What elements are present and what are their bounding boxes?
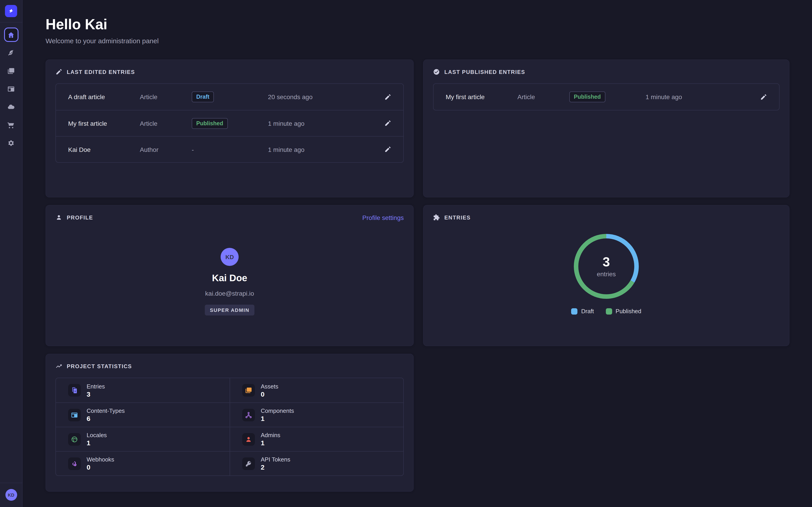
pencil-icon — [55, 68, 62, 75]
sidebar-item-content-type-builder[interactable] — [4, 81, 18, 96]
panel-last-edited-title: LAST EDITED ENTRIES — [55, 68, 404, 75]
entry-time: 20 seconds ago — [268, 93, 384, 101]
stat-admins: Admins1 — [230, 427, 403, 451]
entries-body: 3 entries Draft Published — [433, 233, 779, 315]
entry-time: 1 minute ago — [268, 120, 384, 127]
sidebar-item-deploy[interactable] — [4, 100, 18, 114]
stat-value: 6 — [87, 414, 125, 422]
page-title: Hello Kai — [46, 16, 812, 33]
stat-value: 3 — [87, 390, 105, 398]
home-icon — [7, 31, 15, 39]
pencil-icon — [384, 146, 391, 153]
globe-icon — [68, 433, 81, 446]
strapi-logo-icon[interactable] — [5, 5, 17, 17]
table-row[interactable]: My first article Article Published 1 min… — [56, 110, 403, 136]
pictures-icon — [242, 384, 255, 397]
stat-value: 1 — [261, 439, 281, 447]
profile-name: Kai Doe — [212, 273, 247, 283]
legend-label-draft: Draft — [581, 308, 594, 315]
edit-entry-button[interactable] — [384, 120, 391, 127]
sidebar: KD — [0, 0, 22, 507]
table-row[interactable]: Kai Doe Author - 1 minute ago — [56, 136, 403, 162]
entries-unit: entries — [597, 270, 616, 278]
panel-last-published-label: LAST PUBLISHED ENTRIES — [444, 69, 525, 75]
sidebar-nav — [4, 22, 18, 154]
stat-label: Locales — [87, 432, 107, 439]
documents-icon — [68, 384, 81, 397]
status-badge: Published — [569, 92, 605, 102]
panel-profile-title: PROFILE — [55, 214, 404, 221]
stat-content-types: Content-Types6 — [56, 402, 230, 427]
profile-avatar: KD — [220, 248, 239, 266]
stat-api-tokens: API Tokens2 — [230, 451, 403, 475]
sidebar-item-media-library[interactable] — [4, 64, 18, 78]
strapi-admin-dashboard: KD Hello Kai Welcome to your administrat… — [0, 0, 812, 507]
entries-count: 3 — [603, 255, 610, 270]
status-badge: Draft — [192, 92, 214, 102]
entry-kind: Author — [140, 146, 192, 153]
role-badge: SUPER ADMIN — [205, 305, 254, 316]
images-icon — [7, 67, 15, 74]
legend-item-draft: Draft — [571, 308, 594, 315]
stat-label: Assets — [261, 383, 278, 390]
sidebar-item-marketplace[interactable] — [4, 118, 18, 132]
entry-kind: Article — [140, 120, 192, 127]
panel-last-published-title: LAST PUBLISHED ENTRIES — [433, 68, 779, 75]
entry-name: Kai Doe — [68, 146, 140, 153]
panel-entries: ENTRIES 3 entries — [423, 205, 790, 346]
pencil-icon — [384, 94, 391, 100]
panel-last-edited-entries: LAST EDITED ENTRIES A draft article Arti… — [46, 59, 414, 198]
profile-body: KD Kai Doe kai.doe@strapi.io SUPER ADMIN — [55, 248, 404, 316]
dashboard-grid: LAST EDITED ENTRIES A draft article Arti… — [46, 59, 790, 492]
sidebar-item-content-manager[interactable] — [4, 46, 18, 60]
entry-time: 1 minute ago — [268, 146, 384, 153]
entry-kind: Article — [517, 93, 569, 101]
panel-stats-label: PROJECT STATISTICS — [67, 363, 132, 369]
entries-donut-chart: 3 entries — [572, 233, 640, 300]
stat-locales: Locales1 — [56, 427, 230, 451]
stat-label: Components — [261, 407, 294, 414]
panel-entries-label: ENTRIES — [444, 214, 471, 221]
donut-center: 3 entries — [572, 233, 640, 300]
sidebar-item-home[interactable] — [4, 27, 18, 42]
edit-entry-button[interactable] — [384, 94, 391, 100]
key-icon — [242, 457, 255, 470]
table-row[interactable]: A draft article Article Draft 20 seconds… — [56, 84, 403, 110]
layout-icon — [68, 408, 81, 421]
stat-value: 1 — [87, 439, 107, 447]
edit-entry-button[interactable] — [384, 146, 391, 153]
table-row[interactable]: My first article Article Published 1 min… — [434, 84, 779, 110]
edit-entry-button[interactable] — [760, 94, 767, 100]
molecule-icon — [242, 408, 255, 421]
stat-value: 0 — [261, 390, 278, 398]
sidebar-item-settings[interactable] — [4, 136, 18, 150]
cart-icon — [7, 121, 15, 129]
status-badge: Published — [192, 118, 227, 129]
main-content: Hello Kai Welcome to your administration… — [22, 0, 812, 507]
panel-profile-label: PROFILE — [67, 214, 93, 221]
panel-project-statistics: PROJECT STATISTICS Entries3 Assets0 — [46, 354, 414, 492]
sidebar-divider-bottom — [0, 483, 22, 483]
gear-icon — [7, 139, 15, 147]
profile-settings-link[interactable]: Profile settings — [362, 214, 404, 221]
status-empty: - — [192, 146, 194, 153]
last-published-table: My first article Article Published 1 min… — [433, 83, 779, 110]
stat-value: 2 — [261, 463, 290, 471]
legend-swatch-draft — [571, 308, 578, 314]
webhook-icon — [68, 457, 81, 470]
chart-legend: Draft Published — [571, 308, 642, 315]
last-edited-table: A draft article Article Draft 20 seconds… — [55, 83, 404, 163]
sidebar-bottom: KD — [0, 483, 22, 507]
panel-profile: PROFILE Profile settings KD Kai Doe kai.… — [46, 205, 414, 346]
user-icon — [55, 214, 62, 221]
stat-entries: Entries3 — [56, 378, 230, 402]
person-icon — [242, 433, 255, 446]
stats-grid: Entries3 Assets0 Content-Types6 — [55, 378, 404, 476]
trend-up-icon — [55, 363, 62, 370]
stat-value: 1 — [261, 414, 294, 422]
panel-last-published-entries: LAST PUBLISHED ENTRIES My first article … — [423, 59, 790, 198]
legend-swatch-published — [606, 308, 612, 314]
panel-last-edited-label: LAST EDITED ENTRIES — [67, 69, 135, 75]
entry-name: My first article — [446, 93, 517, 101]
user-avatar[interactable]: KD — [5, 489, 17, 501]
